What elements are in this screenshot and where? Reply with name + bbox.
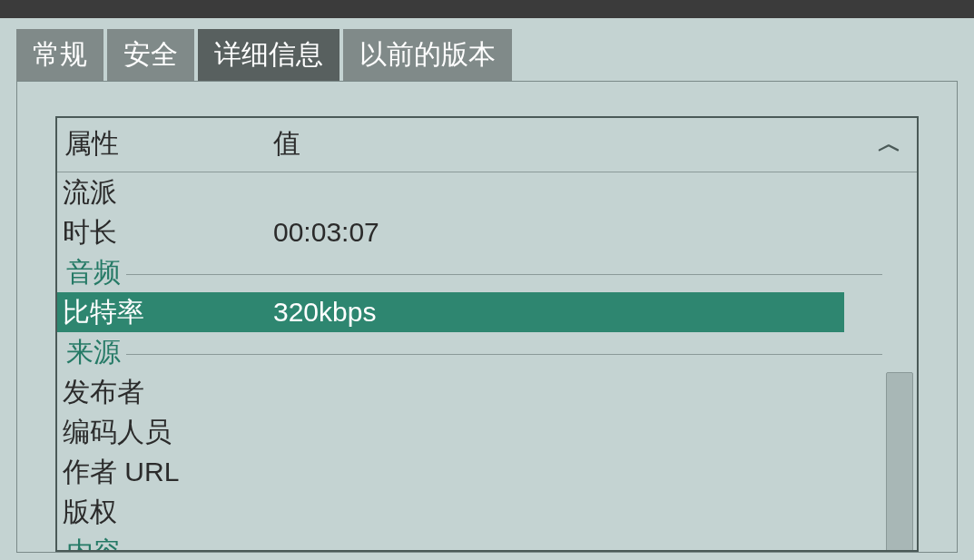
tab-details[interactable]: 详细信息 — [198, 29, 339, 81]
prop-label: 时长 — [57, 214, 273, 251]
prop-value: 00:03:07 — [273, 217, 882, 248]
section-label: 内容 — [57, 534, 121, 553]
section-source: 来源 — [57, 332, 882, 372]
tab-content: 属性 值 ︿ 流派 时长 00:03:07 音频 — [16, 81, 958, 553]
prop-value: 320kbps — [273, 297, 844, 328]
tabs-bar: 常规 安全 详细信息 以前的版本 — [0, 18, 974, 81]
scroll-up-button[interactable]: ︿ — [862, 125, 917, 162]
row-duration[interactable]: 时长 00:03:07 — [57, 212, 882, 252]
row-bitrate[interactable]: 比特率 320kbps — [57, 292, 844, 332]
details-list: 属性 值 ︿ 流派 时长 00:03:07 音频 — [55, 116, 919, 552]
prop-label: 编码人员 — [57, 414, 273, 451]
section-divider — [126, 354, 882, 355]
prop-label: 版权 — [57, 494, 273, 531]
section-audio: 音频 — [57, 252, 882, 292]
tab-previous-versions[interactable]: 以前的版本 — [343, 29, 512, 81]
list-header: 属性 值 ︿ — [57, 118, 917, 172]
properties-dialog: 常规 安全 详细信息 以前的版本 属性 值 ︿ 流派 时长 00:03:07 — [0, 18, 974, 560]
prop-label: 比特率 — [57, 294, 273, 331]
scrollbar-thumb[interactable] — [886, 372, 913, 552]
header-property[interactable]: 属性 — [57, 125, 273, 162]
section-label: 音频 — [57, 254, 121, 291]
row-copyright[interactable]: 版权 — [57, 492, 882, 532]
prop-label: 作者 URL — [57, 454, 273, 491]
header-value[interactable]: 值 — [273, 125, 862, 162]
row-content-partial: 内容 — [57, 532, 882, 552]
section-divider — [126, 274, 882, 275]
prop-label: 发布者 — [57, 374, 273, 411]
tab-general[interactable]: 常规 — [16, 29, 103, 81]
row-author-url[interactable]: 作者 URL — [57, 452, 882, 492]
prop-label: 流派 — [57, 174, 273, 211]
row-publisher[interactable]: 发布者 — [57, 372, 882, 412]
chevron-up-icon: ︿ — [878, 128, 901, 160]
window-title-bar — [0, 0, 974, 18]
row-genre[interactable]: 流派 — [57, 172, 882, 212]
tab-security[interactable]: 安全 — [107, 29, 194, 81]
section-label: 来源 — [57, 334, 121, 371]
row-encoder[interactable]: 编码人员 — [57, 412, 882, 452]
